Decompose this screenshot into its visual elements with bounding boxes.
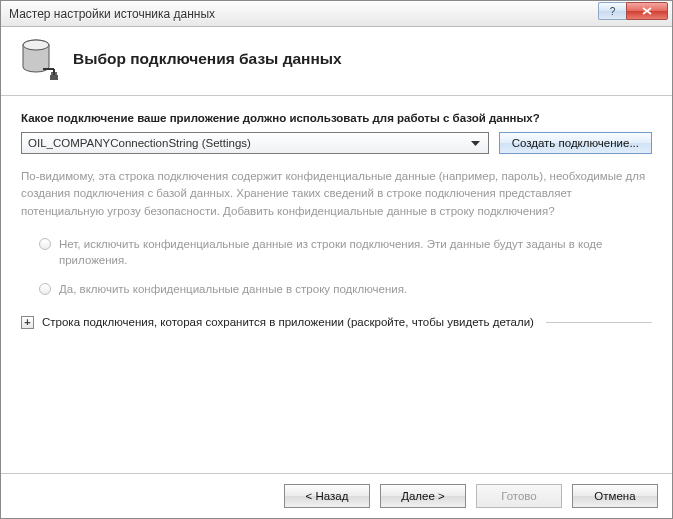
wizard-window: Мастер настройки источника данных ?: [0, 0, 673, 519]
new-connection-label: Создать подключение...: [512, 137, 639, 149]
close-icon: [642, 7, 652, 15]
back-label: < Назад: [306, 490, 349, 502]
connection-question: Какое подключение ваше приложение должно…: [21, 112, 652, 124]
connection-dropdown[interactable]: OIL_COMPANYConnectionString (Settings): [21, 132, 489, 154]
expander-label: Строка подключения, которая сохранится в…: [42, 316, 534, 328]
database-icon: [21, 39, 55, 77]
finish-button: Готово: [476, 484, 562, 508]
cancel-button[interactable]: Отмена: [572, 484, 658, 508]
next-button[interactable]: Далее >: [380, 484, 466, 508]
radio-include-sensitive: Да, включить конфиденциальные данные в с…: [39, 281, 652, 298]
finish-label: Готово: [501, 490, 537, 502]
svg-point-1: [23, 40, 49, 50]
page-title: Выбор подключения базы данных: [73, 50, 342, 68]
radio-include-label: Да, включить конфиденциальные данные в с…: [59, 281, 407, 298]
radio-exclude-sensitive: Нет, исключить конфиденциальные данные и…: [39, 236, 652, 269]
connection-selected-value: OIL_COMPANYConnectionString (Settings): [28, 137, 467, 149]
wizard-content: Какое подключение ваше приложение должно…: [1, 96, 672, 473]
wizard-footer: < Назад Далее > Готово Отмена: [1, 473, 672, 518]
divider-line: [546, 322, 652, 323]
svg-rect-2: [50, 75, 58, 80]
radio-icon[interactable]: [39, 238, 51, 250]
help-button[interactable]: ?: [598, 2, 626, 20]
connection-row: OIL_COMPANYConnectionString (Settings) С…: [21, 132, 652, 154]
plus-icon: +: [24, 317, 30, 328]
security-warning-text: По-видимому, эта строка подключения соде…: [21, 168, 652, 220]
wizard-header: Выбор подключения базы данных: [1, 27, 672, 96]
window-title: Мастер настройки источника данных: [9, 7, 598, 21]
chevron-down-icon: [467, 133, 484, 153]
back-button[interactable]: < Назад: [284, 484, 370, 508]
connection-string-expander: + Строка подключения, которая сохранится…: [21, 316, 652, 329]
expand-button[interactable]: +: [21, 316, 34, 329]
sensitive-data-radio-group: Нет, исключить конфиденциальные данные и…: [39, 236, 652, 298]
close-button[interactable]: [626, 2, 668, 20]
radio-exclude-label: Нет, исключить конфиденциальные данные и…: [59, 236, 652, 269]
titlebar: Мастер настройки источника данных ?: [1, 1, 672, 27]
radio-icon[interactable]: [39, 283, 51, 295]
titlebar-buttons: ?: [598, 1, 672, 26]
cancel-label: Отмена: [594, 490, 635, 502]
new-connection-button[interactable]: Создать подключение...: [499, 132, 652, 154]
help-icon: ?: [610, 6, 616, 17]
next-label: Далее >: [401, 490, 445, 502]
